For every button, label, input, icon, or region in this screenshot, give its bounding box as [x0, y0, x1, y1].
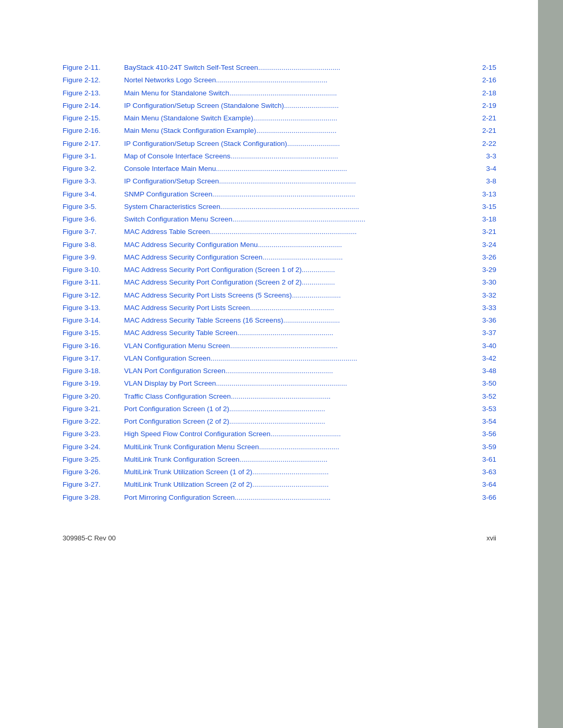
toc-entry-dots: ................. — [302, 277, 475, 288]
toc-entry-middle: MAC Address Security Table Screen ......… — [124, 328, 475, 338]
toc-entry-middle: VLAN Port Configuration Screen .........… — [124, 366, 475, 376]
toc-entry-label: Figure 3-17. — [63, 353, 124, 364]
toc-entry-middle: Console Interface Main Menu ............… — [124, 164, 475, 174]
toc-entry: Figure 3-5.System Characteristics Screen… — [63, 202, 496, 212]
toc-entry-page: 3-61 — [475, 454, 496, 465]
toc-entry-dots: ........................................… — [229, 88, 475, 98]
toc-entry-label: Figure 3-6. — [63, 214, 124, 225]
toc-entry-title: BayStack 410-24T Switch Self-Test Screen — [124, 63, 258, 73]
toc-entry-dots: ........................................… — [216, 75, 475, 85]
toc-entry-title: Port Configuration Screen (1 of 2) — [124, 404, 229, 414]
toc-entry: Figure 3-24.MultiLink Trunk Configuratio… — [63, 442, 496, 452]
toc-entry: Figure 3-19.VLAN Display by Port Screen … — [63, 378, 496, 389]
toc-entry-dots: ........................................… — [263, 252, 475, 263]
toc-entry: Figure 3-15.MAC Address Security Table S… — [63, 328, 496, 338]
toc-entry-middle: MAC Address Table Screen ...............… — [124, 227, 475, 237]
toc-entry-dots: ........................................… — [232, 214, 475, 225]
toc-entry-title: MAC Address Security Table Screen — [124, 328, 237, 338]
toc-entry-title: High Speed Flow Control Configuration Sc… — [124, 429, 271, 439]
toc-entry-page: 3-48 — [475, 366, 496, 376]
toc-entry-middle: Main Menu (Standalone Switch Example) ..… — [124, 113, 475, 124]
toc-entry: Figure 3-11.MAC Address Security Port Co… — [63, 277, 496, 288]
toc-entry-page: 3-30 — [475, 277, 496, 288]
toc-entry-label: Figure 3-2. — [63, 164, 124, 174]
toc-entry-middle: IP Configuration/Setup Screen (Stack Con… — [124, 139, 475, 149]
toc-entry-middle: MAC Address Security Port Configuration … — [124, 265, 475, 275]
toc-entry-middle: Main Menu for Standalone Switch ........… — [124, 88, 475, 98]
toc-entry-dots: ........................................… — [250, 303, 475, 313]
main-content: Figure 2-11.BayStack 410-24T Switch Self… — [0, 0, 538, 728]
toc-entry-title: IP Configuration/Setup Screen (Stack Con… — [124, 139, 287, 149]
footer-right: xvii — [486, 534, 496, 542]
toc-entry-label: Figure 3-5. — [63, 202, 124, 212]
toc-entry-title: System Characteristics Screen — [124, 202, 221, 212]
toc-entry: Figure 3-28.Port Mirroring Configuration… — [63, 492, 496, 503]
toc-entry-dots: ........................................… — [212, 189, 475, 200]
toc-entry-middle: MAC Address Security Table Screens (16 S… — [124, 315, 475, 326]
toc-entry-page: 3-37 — [475, 328, 496, 338]
toc-entry-page: 3-66 — [475, 492, 496, 503]
right-sidebar — [538, 0, 563, 728]
toc-entry: Figure 3-2.Console Interface Main Menu .… — [63, 164, 496, 174]
toc-entry-middle: Nortel Networks Logo Screen ............… — [124, 75, 475, 85]
toc-entries: Figure 2-11.BayStack 410-24T Switch Self… — [63, 63, 496, 503]
toc-entry-page: 3-24 — [475, 240, 496, 250]
toc-entry-label: Figure 3-19. — [63, 378, 124, 389]
toc-entry: Figure 2-15.Main Menu (Standalone Switch… — [63, 113, 496, 124]
toc-entry-label: Figure 3-7. — [63, 227, 124, 237]
toc-entry: Figure 2-12.Nortel Networks Logo Screen … — [63, 75, 496, 85]
toc-entry-title: MultiLink Trunk Utilization Screen (2 of… — [124, 479, 252, 490]
toc-entry-middle: BayStack 410-24T Switch Self-Test Screen… — [124, 63, 475, 73]
toc-entry-dots: ........................................… — [210, 227, 475, 237]
toc-entry-label: Figure 3-27. — [63, 479, 124, 490]
toc-entry-page: 2-21 — [475, 113, 496, 124]
toc-entry-label: Figure 2-17. — [63, 139, 124, 149]
toc-entry: Figure 3-9.MAC Address Security Configur… — [63, 252, 496, 263]
toc-entry-dots: ................. — [302, 265, 475, 275]
toc-entry-label: Figure 3-4. — [63, 189, 124, 200]
toc-entry-page: 3-59 — [475, 442, 496, 452]
toc-entry-label: Figure 2-15. — [63, 113, 124, 124]
toc-entry-title: MAC Address Security Port Configuration … — [124, 265, 302, 275]
toc-entry: Figure 3-16.VLAN Configuration Menu Scre… — [63, 341, 496, 351]
toc-entry-label: Figure 3-22. — [63, 416, 124, 427]
toc-entry-middle: VLAN Display by Port Screen ............… — [124, 378, 475, 389]
toc-entry-dots: ........................................… — [237, 328, 475, 338]
toc-entry-title: Map of Console Interface Screens — [124, 151, 230, 162]
toc-entry-page: 3-40 — [475, 341, 496, 351]
toc-entry-title: VLAN Configuration Menu Screen — [124, 341, 230, 351]
toc-entry-label: Figure 3-9. — [63, 252, 124, 263]
toc-entry-page: 2-16 — [475, 75, 496, 85]
toc-entry-label: Figure 3-10. — [63, 265, 124, 275]
toc-entry-page: 3-50 — [475, 378, 496, 389]
toc-entry-title: Traffic Class Configuration Screen — [124, 391, 231, 402]
toc-entry-page: 3-64 — [475, 479, 496, 490]
toc-entry-label: Figure 3-3. — [63, 176, 124, 187]
toc-entry-page: 2-15 — [475, 63, 496, 73]
toc-entry-dots: .................................... — [271, 429, 475, 439]
toc-entry-label: Figure 2-12. — [63, 75, 124, 85]
toc-entry-title: MAC Address Security Table Screens (16 S… — [124, 315, 283, 326]
toc-entry-page: 3-13 — [475, 189, 496, 200]
toc-entry-middle: Port Configuration Screen (1 of 2) .....… — [124, 404, 475, 414]
toc-entry-title: IP Configuration/Setup Screen — [124, 176, 219, 187]
toc-entry-page: 2-18 — [475, 88, 496, 98]
toc-entry-page: 3-54 — [475, 416, 496, 427]
toc-entry: Figure 2-14.IP Configuration/Setup Scree… — [63, 101, 496, 111]
toc-entry: Figure 3-26.MultiLink Trunk Utilization … — [63, 467, 496, 477]
toc-entry-page: 3-21 — [475, 227, 496, 237]
toc-entry-page: 3-42 — [475, 353, 496, 364]
toc-entry-page: 3-15 — [475, 202, 496, 212]
toc-entry-label: Figure 3-15. — [63, 328, 124, 338]
toc-entry-title: SNMP Configuration Screen — [124, 189, 212, 200]
toc-entry-dots: ............................ — [284, 101, 475, 111]
toc-entry-title: MultiLink Trunk Configuration Menu Scree… — [124, 442, 259, 452]
toc-entry-title: MultiLink Trunk Utilization Screen (1 of… — [124, 467, 252, 477]
toc-entry-label: Figure 3-20. — [63, 391, 124, 402]
toc-entry-dots: ........................................… — [219, 176, 475, 187]
page-container: Figure 2-11.BayStack 410-24T Switch Self… — [0, 0, 563, 728]
toc-entry-middle: MultiLink Trunk Configuration Screen ...… — [124, 454, 475, 465]
toc-entry: Figure 3-13.MAC Address Security Port Li… — [63, 303, 496, 313]
toc-entry-dots: ........................................… — [216, 378, 475, 389]
toc-entry-dots: ........................................… — [235, 492, 475, 503]
